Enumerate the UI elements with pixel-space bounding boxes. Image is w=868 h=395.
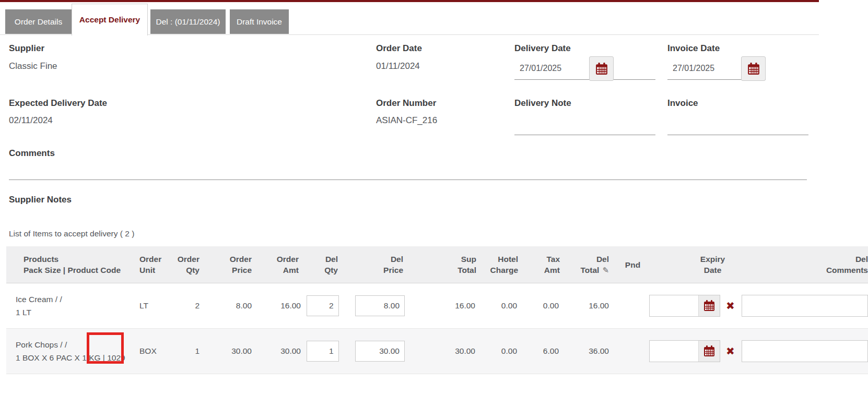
col-order-amt-line2: Amt (256, 265, 299, 276)
col-del-comments: Del Comments (742, 246, 868, 283)
col-pnd: Pnd (616, 246, 649, 283)
supplier-label: Supplier (9, 43, 44, 54)
del-comments-cell (742, 329, 868, 374)
del-qty-cell (303, 329, 342, 374)
top-accent-line (0, 0, 819, 2)
tab-order-details[interactable]: Order Details (5, 9, 72, 34)
supplier-value: Classic Fine (9, 61, 57, 71)
col-order-amt: Order Amt (256, 246, 303, 283)
pnd-cell (616, 329, 649, 374)
expiry-date-input[interactable] (650, 341, 698, 362)
expected-delivery-date-value: 02/11/2024 (9, 115, 53, 126)
comments-input[interactable] (9, 161, 807, 180)
col-tax-amt-line1: Tax (522, 254, 560, 265)
del-qty-input[interactable] (307, 341, 339, 362)
delivery-note-input[interactable] (514, 116, 655, 135)
col-order-price: Order Price (204, 246, 256, 283)
hotel-charge-cell: 0.00 (480, 283, 522, 328)
del-comment-input[interactable] (742, 295, 868, 317)
invoice-date-label: Invoice Date (667, 43, 720, 54)
col-hotel-charge-line2: Charge (480, 265, 518, 276)
calendar-icon (595, 63, 608, 75)
delivery-date-label: Delivery Date (514, 43, 571, 54)
items-caption: List of Items to accept delivery ( 2 ) (9, 229, 134, 238)
col-order-amt-line1: Order (256, 254, 299, 265)
del-price-input[interactable] (355, 341, 405, 362)
table-row-pork-chops: Pork Chops / / 1 BOX X 6 PAC X 1 KG | 10… (6, 329, 868, 374)
col-products-line1: Products (24, 254, 133, 265)
hotel-charge-cell: 0.00 (480, 329, 522, 374)
calendar-icon (703, 300, 715, 312)
col-del-price-line1: Del (342, 254, 403, 265)
calendar-icon (747, 63, 760, 75)
product-pack-size: 1 BOX X 6 PAC X 1 KG | 1029 (16, 351, 125, 364)
delivery-date-input[interactable] (514, 61, 655, 80)
product-name: Ice Cream / / (16, 293, 62, 306)
tab-accept-delivery[interactable]: Accept Delivery (72, 4, 148, 35)
expiry-calendar-button[interactable] (698, 295, 720, 316)
del-price-input[interactable] (355, 295, 405, 316)
tax-amt-cell: 0.00 (522, 283, 564, 328)
sup-total-cell: 16.00 (407, 283, 480, 328)
order-price-cell: 30.00 (204, 329, 256, 374)
order-unit-cell: BOX (133, 329, 165, 374)
order-number-value: ASIAN-CF_216 (376, 115, 437, 126)
col-order-unit-line2: Unit (139, 265, 165, 276)
clear-expiry-x-icon[interactable]: ✖ (726, 346, 735, 356)
col-order-unit-line1: Order (139, 254, 165, 265)
items-table: Products Pack Size | Product Code Order … (6, 246, 868, 374)
product-cell: Ice Cream / / 1 LT (6, 283, 133, 328)
col-order-qty-line1: Order (165, 254, 200, 265)
pencil-icon[interactable]: ✎ (602, 265, 609, 276)
col-pnd-line1: Pnd (616, 259, 649, 270)
col-order-qty-line2: Qty (165, 265, 200, 276)
order-date-value: 01/11/2024 (376, 61, 420, 71)
del-total-cell: 36.00 (564, 329, 616, 374)
expiry-date-cell: ✖ (649, 329, 742, 374)
expiry-date-group (649, 340, 720, 362)
del-comment-input[interactable] (742, 340, 868, 362)
expected-delivery-date-label: Expected Delivery Date (9, 98, 107, 109)
supplier-notes-label: Supplier Notes (9, 195, 72, 205)
tax-amt-cell: 6.00 (522, 329, 564, 374)
invoice-label: Invoice (667, 98, 698, 109)
del-qty-input[interactable] (307, 295, 339, 316)
del-comments-cell (742, 283, 868, 328)
col-hotel-charge: Hotel Charge (480, 246, 522, 283)
expiry-date-cell: ✖ (649, 283, 742, 328)
col-order-unit: Order Unit (133, 246, 165, 283)
invoice-date-calendar-button[interactable] (741, 56, 766, 81)
product-name: Pork Chops / / (16, 338, 67, 351)
expiry-date-input[interactable] (650, 295, 698, 316)
col-del-price: Del Price (342, 246, 407, 283)
order-unit-cell: LT (133, 283, 165, 328)
del-qty-cell (303, 283, 342, 328)
table-row-ice-cream: Ice Cream / / 1 LT LT 2 8.00 16.00 16.00… (6, 283, 868, 329)
sup-total-cell: 30.00 (407, 329, 480, 374)
order-date-label: Order Date (376, 43, 422, 54)
tab-delivery-date[interactable]: Del : (01/11/2024) (150, 9, 226, 34)
col-del-price-line2: Price (342, 265, 403, 276)
col-order-qty: Order Qty (165, 246, 204, 283)
col-del-total-text: Total (581, 266, 600, 274)
col-del-qty-line2: Qty (303, 265, 338, 276)
clear-expiry-x-icon[interactable]: ✖ (726, 301, 735, 311)
del-price-cell (342, 329, 407, 374)
col-order-price-line1: Order (204, 254, 252, 265)
col-del-comments-line1: Del (742, 254, 868, 265)
order-amt-cell: 30.00 (256, 329, 303, 374)
del-total-cell: 16.00 (564, 283, 616, 328)
col-hotel-charge-line1: Hotel (480, 254, 518, 265)
calendar-icon (703, 345, 715, 357)
col-expiry-date-line2: Date (684, 265, 742, 276)
product-cell: Pork Chops / / 1 BOX X 6 PAC X 1 KG | 10… (6, 329, 133, 374)
expiry-calendar-button[interactable] (698, 341, 720, 362)
order-qty-cell: 1 (165, 329, 204, 374)
accept-delivery-page: Order Details Accept Delivery Del : (01/… (0, 0, 868, 395)
delivery-date-calendar-button[interactable] (589, 56, 614, 81)
col-del-total: Del Total✎ (564, 246, 616, 283)
items-table-header: Products Pack Size | Product Code Order … (6, 246, 868, 283)
col-tax-amt: Tax Amt (522, 246, 564, 283)
tab-draft-invoice[interactable]: Draft Invoice (230, 9, 289, 34)
invoice-input[interactable] (667, 116, 808, 135)
